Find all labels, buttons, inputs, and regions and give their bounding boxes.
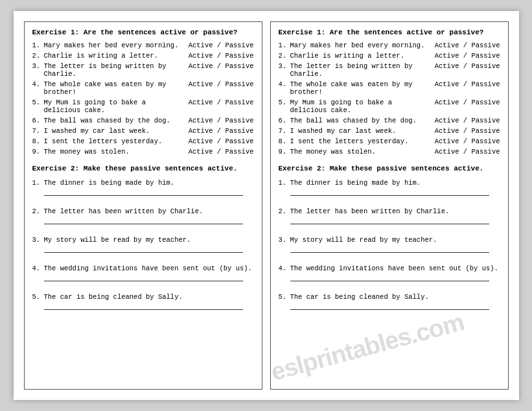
list-item: 2. The letter has been written by Charli… — [279, 207, 500, 224]
ex2-title-left: Exercise 2: Make these passive sentences… — [32, 165, 254, 172]
list-item: 4. The whole cake was eaten by my brothe… — [279, 80, 500, 96]
item-number: 9. — [32, 148, 44, 156]
item-number: 2. — [32, 52, 44, 60]
answer-line — [44, 303, 244, 310]
item-text: I washed my car last week. — [44, 127, 183, 135]
active-passive-label: Active / Passive — [435, 80, 500, 88]
list-item: 3. The letter is being written by Charli… — [279, 62, 500, 78]
ex2-list-left: 1. The dinner is being made by him. 2. T… — [32, 179, 254, 310]
item-number: 7. — [279, 127, 290, 135]
active-passive-label: Active / Passive — [189, 99, 254, 106]
item-number: 2. — [279, 52, 290, 60]
list-item: 7. I washed my car last week. Active / P… — [279, 127, 500, 135]
ex1-title-left: Exercise 1: Are the sentences active or … — [32, 29, 254, 36]
ex2-sentence: The dinner is being made by him. — [290, 179, 500, 187]
active-passive-label: Active / Passive — [435, 62, 500, 70]
active-passive-label: Active / Passive — [435, 41, 500, 49]
item-number: 9. — [279, 148, 290, 156]
active-passive-label: Active / Passive — [435, 148, 500, 156]
item-number: 8. — [279, 137, 290, 145]
ex1-title-right: Exercise 1: Are the sentences active or … — [279, 29, 500, 36]
ex2-number: 4. — [32, 264, 44, 272]
ex2-number: 5. — [279, 293, 290, 301]
ex2-number: 2. — [32, 207, 44, 215]
item-text: Charlie is writing a letter. — [44, 52, 183, 60]
item-text: Mary makes her bed every morning. — [44, 41, 183, 49]
list-item: 5. The car is being cleaned by Sally. — [279, 293, 500, 310]
item-number: 4. — [32, 80, 44, 88]
ex2-list-right: 1. The dinner is being made by him. 2. T… — [279, 179, 500, 310]
item-text: The money was stolen. — [290, 148, 430, 156]
active-passive-label: Active / Passive — [189, 137, 254, 145]
active-passive-label: Active / Passive — [435, 52, 500, 60]
item-number: 1. — [32, 41, 44, 49]
list-item: 8. I sent the letters yesterday. Active … — [32, 137, 254, 145]
item-number: 8. — [32, 137, 44, 145]
list-item: 4. The wedding invitations have been sen… — [279, 264, 500, 281]
list-item: 5. My Mum is going to bake a delicious c… — [279, 99, 500, 114]
right-column: Exercise 1: Are the sentences active or … — [270, 21, 509, 390]
ex2-number: 3. — [32, 236, 44, 244]
answer-line — [44, 275, 244, 281]
item-text: The whole cake was eaten by my brother! — [44, 80, 183, 96]
list-item: 5. My Mum is going to bake a delicious c… — [32, 99, 254, 114]
list-item: 4. The whole cake was eaten by my brothe… — [32, 80, 254, 96]
ex2-sentence: My story will be read by my teacher. — [44, 236, 254, 244]
item-text: I sent the letters yesterday. — [44, 137, 183, 145]
list-item: 2. Charlie is writing a letter. Active /… — [32, 52, 254, 60]
active-passive-label: Active / Passive — [189, 80, 254, 88]
ex2-sentence: The letter has been written by Charlie. — [44, 207, 254, 215]
item-number: 6. — [32, 117, 44, 124]
ex2-sentence: The wedding invitations have been sent o… — [44, 264, 254, 272]
item-number: 1. — [279, 41, 290, 49]
list-item: 1. The dinner is being made by him. — [279, 179, 500, 196]
item-text: Mary makes her bed every morning. — [290, 41, 430, 49]
answer-line — [290, 189, 490, 196]
item-number: 5. — [32, 99, 44, 106]
item-text: Charlie is writing a letter. — [290, 52, 430, 60]
ex2-number: 3. — [279, 236, 290, 244]
item-text: The ball was chased by the dog. — [44, 117, 183, 124]
ex2-sentence: The dinner is being made by him. — [44, 179, 254, 187]
ex2-number: 1. — [32, 179, 44, 187]
ex2-number: 4. — [279, 264, 290, 272]
item-number: 5. — [279, 99, 290, 106]
list-item: 3. My story will be read by my teacher. — [279, 236, 500, 253]
answer-line — [290, 303, 490, 310]
item-number: 3. — [32, 62, 44, 70]
active-passive-label: Active / Passive — [189, 117, 254, 124]
ex1-list-left: 1. Mary makes her bed every morning. Act… — [32, 41, 254, 156]
item-number: 6. — [279, 117, 290, 124]
list-item: 6. The ball was chased by the dog. Activ… — [279, 117, 500, 124]
active-passive-label: Active / Passive — [435, 99, 500, 106]
item-text: My Mum is going to bake a delicious cake… — [44, 99, 183, 114]
list-item: 1. Mary makes her bed every morning. Act… — [279, 41, 500, 49]
active-passive-label: Active / Passive — [189, 62, 254, 70]
list-item: 9. The money was stolen. Active / Passiv… — [279, 148, 500, 156]
ex2-number: 2. — [279, 207, 290, 215]
list-item: 3. The letter is being written by Charli… — [32, 62, 254, 78]
item-text: The ball was chased by the dog. — [290, 117, 430, 124]
ex2-number: 1. — [279, 179, 290, 187]
list-item: 2. The letter has been written by Charli… — [32, 207, 254, 224]
list-item: 7. I washed my car last week. Active / P… — [32, 127, 254, 135]
ex2-number: 5. — [32, 293, 44, 301]
answer-line — [290, 275, 490, 281]
ex2-title-right: Exercise 2: Make these passive sentences… — [279, 165, 500, 172]
list-item: 2. Charlie is writing a letter. Active /… — [279, 52, 500, 60]
list-item: 1. The dinner is being made by him. — [32, 179, 254, 196]
item-text: The letter is being written by Charlie. — [44, 62, 183, 78]
ex2-sentence: My story will be read by my teacher. — [290, 236, 500, 244]
answer-line — [44, 218, 244, 224]
active-passive-label: Active / Passive — [189, 52, 254, 60]
ex2-sentence: The wedding invitations have been sent o… — [290, 264, 500, 272]
item-number: 4. — [279, 80, 290, 88]
left-column: Exercise 1: Are the sentences active or … — [24, 21, 262, 390]
list-item: 5. The car is being cleaned by Sally. — [32, 293, 254, 310]
item-text: I washed my car last week. — [290, 127, 430, 135]
ex2-sentence: The car is being cleaned by Sally. — [44, 293, 254, 301]
item-number: 3. — [279, 62, 290, 70]
active-passive-label: Active / Passive — [435, 137, 500, 145]
answer-line — [290, 218, 490, 224]
item-text: The money was stolen. — [44, 148, 183, 156]
